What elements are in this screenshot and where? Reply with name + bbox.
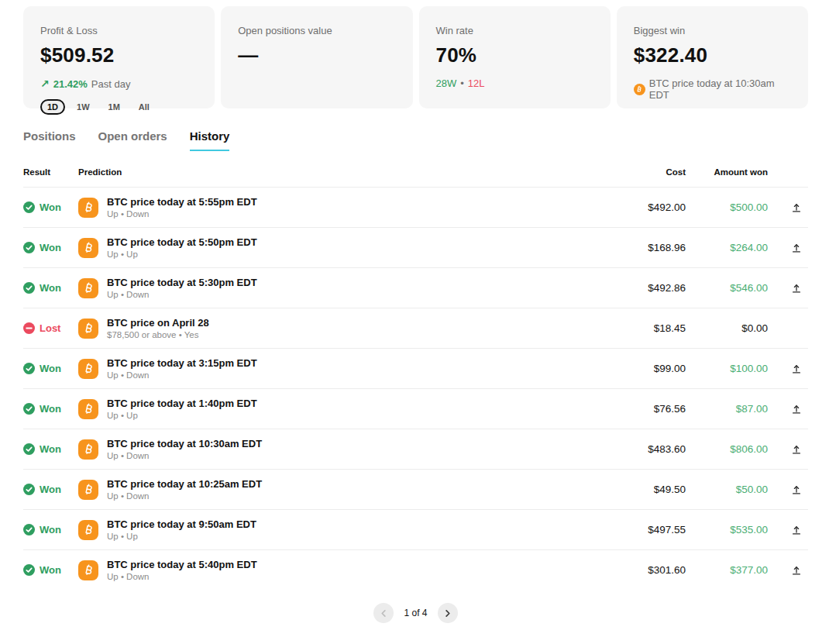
prediction-outcome: Up • Down: [107, 290, 257, 300]
share-button[interactable]: [789, 523, 803, 537]
cost-value: $301.60: [593, 564, 686, 576]
range-pill-all[interactable]: All: [132, 99, 157, 115]
prediction-cell: BTC price today at 5:55pm EDT Up • Down: [78, 196, 593, 219]
result-label: Won: [40, 484, 61, 495]
share-button[interactable]: [789, 483, 803, 497]
history-row[interactable]: Won BTC price today at 5:50pm EDT Up • U…: [23, 227, 808, 267]
prediction-text: BTC price today at 10:30am EDT Up • Down: [107, 438, 262, 461]
tab-open-orders[interactable]: Open orders: [98, 129, 167, 151]
change-period: Past day: [91, 78, 131, 90]
share-cell: [768, 281, 808, 295]
prediction-outcome: Up • Down: [107, 370, 257, 381]
share-button[interactable]: [789, 241, 803, 255]
summary-cards: Profit & Loss $509.52 ↗ 21.42% Past day …: [23, 6, 808, 108]
share-button[interactable]: [789, 281, 803, 295]
share-button[interactable]: [789, 443, 803, 456]
result-cell: Won: [23, 524, 78, 536]
share-button[interactable]: [789, 201, 803, 215]
header-cost: Cost: [593, 167, 686, 177]
biggest-win-value: $322.40: [634, 43, 791, 67]
next-page-button[interactable]: [438, 603, 458, 623]
bitcoin-icon: [78, 238, 98, 258]
header-amount-won: Amount won: [686, 167, 768, 177]
share-upload-icon: [791, 525, 802, 536]
page-indicator: 1 of 4: [404, 608, 427, 618]
bitcoin-icon: [634, 84, 645, 95]
history-row[interactable]: Won BTC price today at 5:40pm EDT Up • D…: [23, 549, 808, 590]
result-label: Won: [40, 242, 61, 253]
prediction-text: BTC price today at 5:40pm EDT Up • Down: [107, 559, 257, 582]
tab-history[interactable]: History: [190, 129, 230, 151]
history-row[interactable]: Won BTC price today at 3:15pm EDT Up • D…: [23, 348, 808, 388]
history-row[interactable]: Won BTC price today at 10:25am EDT Up • …: [23, 469, 808, 509]
prediction-cell: BTC price today at 5:50pm EDT Up • Up: [78, 236, 593, 260]
result-cell: Won: [23, 201, 78, 213]
result-cell: Won: [23, 564, 78, 576]
range-pill-1m[interactable]: 1M: [101, 99, 127, 115]
win-rate-card: Win rate 70% 28W • 12L: [419, 6, 611, 108]
prediction-text: BTC price on April 28 $78,500 or above •…: [107, 317, 209, 340]
prediction-cell: BTC price today at 10:25am EDT Up • Down: [78, 478, 593, 501]
cost-value: $483.60: [593, 443, 686, 455]
prediction-outcome: Up • Up: [107, 532, 256, 542]
share-cell: [768, 241, 808, 255]
prediction-cell: BTC price today at 1:40pm EDT Up • Up: [78, 398, 593, 421]
history-row[interactable]: Won BTC price today at 1:40pm EDT Up • U…: [23, 388, 808, 429]
amount-won-value: $0.00: [686, 322, 768, 334]
share-cell: [768, 402, 808, 416]
cost-value: $18.45: [593, 322, 686, 334]
prediction-outcome: Up • Down: [107, 491, 262, 501]
change-percent: 21.42%: [53, 78, 88, 90]
bitcoin-icon: [78, 399, 98, 419]
header-result: Result: [23, 167, 78, 177]
share-button[interactable]: [789, 563, 803, 577]
previous-page-button[interactable]: [373, 603, 394, 623]
chevron-right-icon: [443, 609, 452, 618]
share-cell: [768, 523, 808, 537]
prediction-text: BTC price today at 10:25am EDT Up • Down: [107, 478, 262, 501]
share-button[interactable]: [789, 402, 803, 416]
history-row[interactable]: Lost BTC price on April 28 $78,500 or ab…: [23, 308, 808, 348]
prediction-cell: BTC price today at 5:30pm EDT Up • Down: [78, 277, 593, 300]
bitcoin-icon: [78, 198, 98, 218]
prediction-outcome: Up • Down: [107, 209, 257, 219]
portfolio-page: Profit & Loss $509.52 ↗ 21.42% Past day …: [0, 0, 829, 639]
prediction-cell: BTC price today at 9:50am EDT Up • Up: [78, 518, 593, 542]
pagination: 1 of 4: [23, 603, 808, 623]
share-upload-icon: [791, 484, 802, 495]
range-pill-1d[interactable]: 1D: [40, 99, 65, 115]
cost-value: $492.86: [593, 282, 686, 294]
tab-positions[interactable]: Positions: [23, 129, 76, 151]
won-check-icon: [23, 201, 35, 213]
history-row[interactable]: Won BTC price today at 5:55pm EDT Up • D…: [23, 187, 808, 227]
bitcoin-icon: [78, 560, 98, 580]
prediction-title: BTC price today at 3:15pm EDT: [107, 357, 257, 369]
history-row[interactable]: Won BTC price today at 5:30pm EDT Up • D…: [23, 267, 808, 308]
result-cell: Lost: [23, 322, 78, 334]
amount-won-value: $500.00: [686, 201, 768, 213]
biggest-win-market-title: BTC price today at 10:30am EDT: [649, 77, 791, 101]
win-loss-record: 28W • 12L: [436, 77, 593, 89]
won-check-icon: [23, 524, 35, 536]
amount-won-value: $535.00: [686, 524, 768, 536]
result-label: Won: [40, 282, 61, 294]
profit-loss-label: Profit & Loss: [40, 25, 198, 36]
share-cell: [768, 201, 808, 215]
result-label: Won: [40, 443, 61, 455]
range-pill-1w[interactable]: 1W: [70, 99, 97, 115]
wins-count: 28W: [436, 77, 457, 89]
cost-value: $76.56: [593, 403, 686, 415]
profit-loss-change: ↗ 21.42% Past day: [40, 77, 198, 90]
prediction-title: BTC price today at 10:30am EDT: [107, 438, 262, 449]
share-cell: [768, 483, 808, 497]
history-row[interactable]: Won BTC price today at 10:30am EDT Up • …: [23, 429, 808, 469]
result-cell: Won: [23, 282, 78, 294]
amount-won-value: $377.00: [686, 564, 768, 576]
history-row[interactable]: Won BTC price today at 9:50am EDT Up • U…: [23, 509, 808, 549]
history-table-body: Won BTC price today at 5:55pm EDT Up • D…: [23, 187, 808, 590]
cost-value: $168.96: [593, 242, 686, 253]
share-button[interactable]: [789, 362, 803, 376]
prediction-title: BTC price today at 5:40pm EDT: [107, 559, 257, 570]
result-label: Lost: [40, 322, 60, 334]
biggest-win-market: BTC price today at 10:30am EDT: [634, 77, 791, 101]
